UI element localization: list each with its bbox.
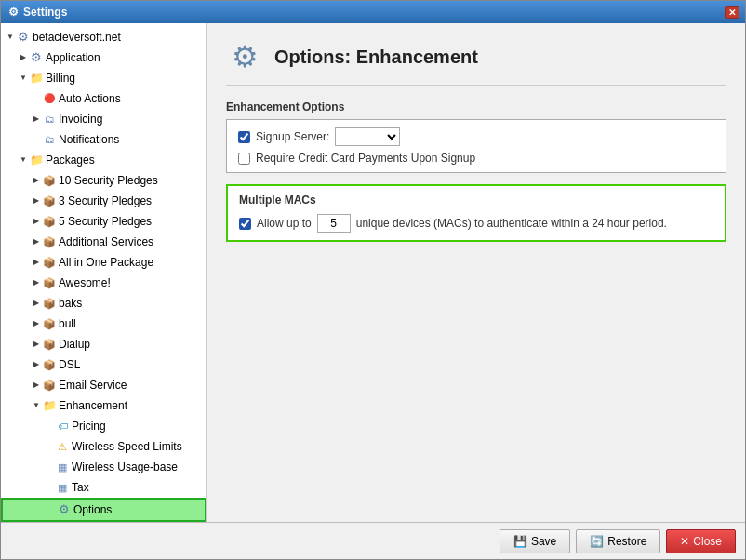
- close-button[interactable]: ✕ Close: [666, 529, 736, 553]
- arrow-notifications: [31, 134, 42, 145]
- sidebar-item-awesome[interactable]: ▶ 📦 Awesome!: [1, 273, 206, 293]
- sidebar-item-invoicing[interactable]: ▶ 🗂 Invoicing: [1, 109, 206, 129]
- sidebar-item-options[interactable]: ⚙ Options: [1, 498, 206, 522]
- sidebar-label-billing: Billing: [46, 70, 75, 87]
- multiple-macs-group: Multiple MACs Allow up to unique devices…: [226, 184, 726, 242]
- sidebar-label-bull: bull: [59, 315, 76, 332]
- sidebar-item-additional-services[interactable]: ▶ 📦 Additional Services: [1, 232, 206, 252]
- close-label: Close: [693, 535, 722, 548]
- arrow-wireless-usage: [44, 461, 55, 473]
- arrow-dsl: ▶: [31, 359, 42, 370]
- sidebar-item-all-in-one[interactable]: ▶ 📦 All in One Package: [1, 252, 206, 273]
- signup-server-dropdown[interactable]: [335, 127, 400, 146]
- sidebar-label-10sp: 10 Security Pledges: [59, 172, 158, 189]
- sidebar-item-dialup[interactable]: ▶ 📦 Dialup: [1, 334, 206, 354]
- arrow-dialup: ▶: [31, 339, 42, 350]
- macs-value-input[interactable]: [317, 214, 351, 233]
- sidebar-item-notifications[interactable]: 🗂 Notifications: [1, 129, 206, 150]
- multiple-macs-label: Multiple MACs: [239, 193, 713, 207]
- content-area: ▼ ⚙ betacleversoft.net ▶ ⚙ Application ▼…: [1, 23, 745, 522]
- box-icon-dialup: 📦: [42, 337, 57, 352]
- sidebar-item-bull[interactable]: ▶ 📦 bull: [1, 313, 206, 334]
- signup-server-checkbox[interactable]: [238, 131, 250, 143]
- sidebar-label-tax: Tax: [72, 479, 89, 496]
- box-icon-baks: 📦: [42, 296, 57, 311]
- box-icon-3sp: 📦: [42, 193, 57, 208]
- warning-icon-wireless-speed: ⚠: [55, 439, 70, 454]
- sidebar-label-options: Options: [73, 501, 112, 518]
- sidebar-item-application[interactable]: ▶ ⚙ Application: [1, 47, 206, 68]
- box-icon-aio: 📦: [42, 255, 57, 270]
- arrow-enhancement: ▼: [31, 400, 42, 411]
- enhancement-options-label: Enhancement Options: [226, 100, 726, 113]
- gear-icon: ⚙: [16, 30, 31, 45]
- macs-checkbox[interactable]: [239, 218, 251, 230]
- sidebar-label-pricing: Pricing: [72, 418, 106, 434]
- sidebar-label-dsl: DSL: [59, 356, 80, 373]
- sidebar-label-additional: Additional Services: [59, 233, 153, 250]
- restore-button[interactable]: 🔄 Restore: [576, 529, 660, 553]
- restore-label: Restore: [607, 535, 646, 548]
- box-icon-email: 📦: [42, 378, 57, 393]
- arrow-invoicing: ▶: [31, 113, 42, 125]
- window-icon: ⚙: [7, 6, 20, 19]
- box-icon-notifications: 🗂: [42, 132, 57, 147]
- sidebar-item-10-security-pledges[interactable]: ▶ 📦 10 Security Pledges: [1, 170, 206, 191]
- sidebar-item-packages[interactable]: ▼ 📁 Packages: [1, 150, 206, 170]
- box-icon-5sp: 📦: [42, 214, 57, 229]
- credit-card-checkbox[interactable]: [238, 153, 250, 165]
- page-header: ⚙ Options: Enhancement: [226, 38, 726, 86]
- close-icon: ✕: [680, 535, 689, 548]
- arrow-bull: ▶: [31, 318, 42, 329]
- sidebar-item-enhancement[interactable]: ▼ 📁 Enhancement: [1, 395, 206, 416]
- sidebar-item-billing[interactable]: ▼ 📁 Billing: [1, 68, 206, 88]
- sidebar-label-notifications: Notifications: [59, 131, 119, 148]
- sidebar-item-betacleversoft[interactable]: ▼ ⚙ betacleversoft.net: [1, 27, 206, 47]
- arrow-application: ▶: [18, 52, 29, 63]
- folder-icon-billing: 📁: [29, 71, 44, 86]
- window-title: Settings: [23, 6, 67, 19]
- restore-icon: 🔄: [590, 535, 604, 548]
- sidebar-item-wireless-usage[interactable]: ▦ Wireless Usage-base: [1, 457, 206, 477]
- arrow-5sp: ▶: [31, 216, 42, 227]
- sidebar-item-email-service[interactable]: ▶ 📦 Email Service: [1, 375, 206, 395]
- sidebar-label-aio: All in One Package: [59, 254, 153, 271]
- grid-icon-tax: ▦: [55, 480, 70, 495]
- sidebar-label-awesome: Awesome!: [59, 274, 111, 291]
- arrow-options: [46, 504, 57, 515]
- allow-up-to-label: Allow up to: [257, 217, 312, 230]
- arrow-10sp: ▶: [31, 175, 42, 186]
- box-icon-additional: 📦: [42, 234, 57, 249]
- sidebar-item-baks[interactable]: ▶ 📦 baks: [1, 293, 206, 313]
- grid-icon-wireless-usage: ▦: [55, 460, 70, 474]
- gear-icon-app: ⚙: [29, 50, 44, 65]
- sidebar-item-5-security-pledges[interactable]: ▶ 📦 5 Security Pledges: [1, 211, 206, 232]
- sidebar-item-auto-actions[interactable]: 🔴 Auto Actions: [1, 88, 206, 109]
- sidebar-item-dsl[interactable]: ▶ 📦 DSL: [1, 354, 206, 375]
- header-gear-icon: ⚙: [226, 38, 263, 75]
- arrow-packages: ▼: [18, 154, 29, 166]
- title-bar: ⚙ Settings ✕: [1, 1, 745, 23]
- sidebar-label-3sp: 3 Security Pledges: [59, 193, 152, 209]
- sidebar-item-tax[interactable]: ▦ Tax: [1, 477, 206, 498]
- arrow-email: ▶: [31, 380, 42, 391]
- arrow-aio: ▶: [31, 257, 42, 268]
- folder-icon-packages: 📁: [29, 153, 44, 167]
- box-icon-10sp: 📦: [42, 173, 57, 188]
- main-pane: ⚙ Options: Enhancement Enhancement Optio…: [207, 23, 745, 522]
- sidebar-label-enhancement: Enhancement: [59, 397, 127, 414]
- arrow-betacleversoft: ▼: [5, 32, 16, 43]
- box-icon-invoicing: 🗂: [42, 112, 57, 127]
- save-icon: 💾: [513, 535, 527, 548]
- save-button[interactable]: 💾 Save: [500, 529, 570, 553]
- sidebar-item-pricing[interactable]: 🏷 Pricing: [1, 416, 206, 436]
- signup-server-label: Signup Server:: [256, 130, 329, 143]
- sidebar-label-dialup: Dialup: [59, 336, 90, 353]
- sidebar-label-auto-actions: Auto Actions: [59, 90, 121, 107]
- settings-window: ⚙ Settings ✕ ▼ ⚙ betacleversoft.net ▶ ⚙ …: [0, 0, 746, 560]
- sidebar-item-3-security-pledges[interactable]: ▶ 📦 3 Security Pledges: [1, 191, 206, 211]
- window-close-button[interactable]: ✕: [725, 6, 739, 19]
- arrow-pricing: [44, 420, 55, 432]
- sidebar-item-wireless-speed[interactable]: ⚠ Wireless Speed Limits: [1, 436, 206, 457]
- arrow-wireless-speed: [44, 441, 55, 452]
